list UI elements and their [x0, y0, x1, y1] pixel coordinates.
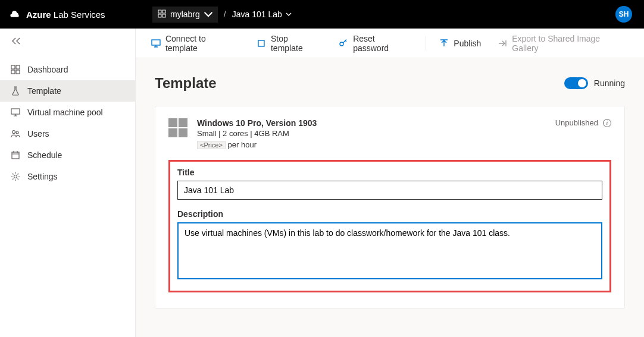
svg-rect-6	[11, 70, 15, 74]
calendar-icon	[11, 150, 20, 160]
toolbar: Connect to template Stop template Reset …	[136, 29, 644, 58]
page-header: Template Running	[155, 75, 625, 92]
azure-cloud-icon	[10, 8, 21, 21]
resource-group-selector[interactable]: mylabrg	[152, 7, 218, 23]
description-textarea[interactable]	[177, 222, 602, 279]
svg-rect-5	[16, 65, 20, 69]
svg-rect-8	[11, 109, 20, 114]
upload-icon	[439, 39, 449, 48]
title-label: Title	[177, 168, 602, 177]
sidebar-item-label: Template	[27, 86, 61, 96]
sidebar-item-label: Users	[27, 129, 49, 138]
svg-rect-13	[152, 40, 160, 45]
svg-rect-2	[158, 14, 161, 17]
price-placeholder: <Price>	[197, 141, 226, 149]
chevron-down-icon	[204, 10, 213, 19]
double-chevron-left-icon	[11, 37, 21, 45]
resource-group-icon	[157, 9, 167, 20]
button-label: Stop template	[271, 34, 322, 53]
sidebar-item-label: Settings	[27, 172, 58, 181]
svg-point-9	[12, 131, 15, 134]
svg-rect-4	[11, 65, 15, 69]
top-bar: Azure Lab Services mylabrg / Java 101 La…	[0, 0, 644, 29]
sidebar-item-schedule[interactable]: Schedule	[0, 144, 135, 166]
connect-button[interactable]: Connect to template	[145, 30, 246, 56]
sidebar-item-template[interactable]: Template	[0, 80, 135, 102]
windows-icon	[168, 118, 187, 137]
card-header: Windows 10 Pro, Version 1903 Small | 2 c…	[168, 118, 611, 149]
toolbar-divider	[426, 36, 426, 51]
users-icon	[11, 129, 20, 138]
template-card: Windows 10 Pro, Version 1903 Small | 2 c…	[155, 106, 625, 308]
breadcrumb: mylabrg / Java 101 Lab	[152, 0, 292, 29]
sidebar: Dashboard Template Virtual machine pool …	[0, 29, 136, 337]
os-price: <Price> per hour	[197, 140, 611, 149]
export-button: Export to Shared Image Gallery	[492, 30, 634, 56]
reset-password-button[interactable]: Reset password	[333, 30, 418, 56]
flask-icon	[11, 86, 20, 96]
status-text: Unpublished	[555, 118, 598, 127]
chevron-down-icon	[286, 11, 292, 17]
main: Connect to template Stop template Reset …	[136, 29, 644, 337]
lab-selector[interactable]: Java 101 Lab	[232, 10, 292, 19]
sidebar-item-label: Dashboard	[27, 65, 68, 74]
brand[interactable]: Azure Lab Services	[10, 8, 152, 21]
sidebar-item-settings[interactable]: Settings	[0, 166, 135, 187]
svg-rect-3	[162, 14, 165, 17]
publish-status: Unpublished i	[555, 118, 611, 127]
svg-rect-1	[162, 10, 165, 13]
svg-rect-11	[12, 152, 19, 159]
svg-point-15	[340, 42, 343, 46]
svg-point-12	[14, 175, 17, 178]
sidebar-item-label: Schedule	[27, 150, 62, 160]
os-spec: Small | 2 cores | 4GB RAM	[197, 129, 611, 138]
lab-name: Java 101 Lab	[232, 10, 282, 19]
title-input[interactable]	[177, 181, 602, 200]
monitor-icon	[11, 108, 20, 117]
content: Template Running Windows 10 Pro, Version…	[136, 58, 644, 325]
stop-button[interactable]: Stop template	[251, 30, 328, 56]
info-icon[interactable]: i	[603, 119, 611, 127]
dashboard-icon	[11, 65, 20, 74]
sidebar-item-label: Virtual machine pool	[27, 108, 103, 117]
key-icon	[339, 39, 348, 48]
button-label: Reset password	[353, 34, 412, 53]
running-toggle-group: Running	[564, 77, 625, 89]
sidebar-item-dashboard[interactable]: Dashboard	[0, 59, 135, 80]
stop-icon	[257, 39, 266, 48]
page-title: Template	[155, 75, 217, 92]
description-label: Description	[177, 209, 602, 219]
button-label: Connect to template	[165, 34, 240, 53]
svg-rect-0	[158, 10, 161, 13]
gear-icon	[11, 172, 20, 181]
resource-group-name: mylabrg	[170, 10, 200, 19]
svg-rect-7	[16, 70, 20, 74]
form-area-highlight: Title Description	[168, 160, 611, 292]
button-label: Publish	[454, 39, 481, 48]
sidebar-item-users[interactable]: Users	[0, 123, 135, 144]
svg-point-10	[16, 131, 18, 134]
sidebar-item-vmpool[interactable]: Virtual machine pool	[0, 102, 135, 123]
brand-text: Azure Lab Services	[26, 10, 105, 20]
running-toggle[interactable]	[564, 77, 588, 89]
price-suffix: per hour	[228, 140, 257, 149]
toggle-label: Running	[594, 78, 625, 88]
avatar[interactable]: SH	[615, 6, 632, 23]
export-icon	[498, 39, 507, 48]
publish-button[interactable]: Publish	[433, 35, 487, 52]
toggle-knob	[578, 79, 586, 87]
breadcrumb-separator: /	[224, 10, 226, 19]
os-name: Windows 10 Pro, Version 1903	[197, 118, 611, 128]
monitor-icon	[151, 39, 161, 48]
svg-rect-14	[258, 40, 264, 46]
button-label: Export to Shared Image Gallery	[512, 34, 629, 53]
collapse-sidebar-button[interactable]	[0, 37, 135, 59]
